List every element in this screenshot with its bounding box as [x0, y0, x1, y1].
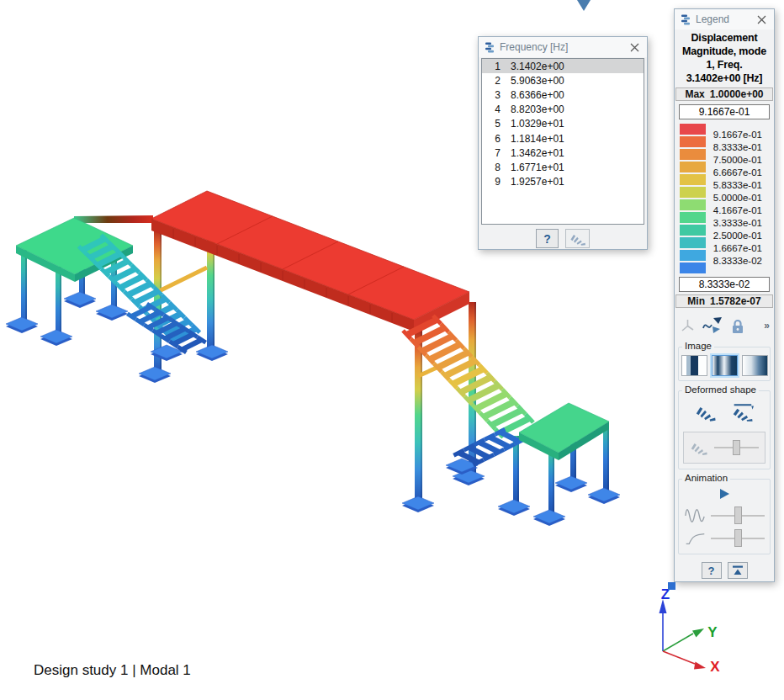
base-plate — [555, 476, 587, 490]
frequency-row[interactable]: 91.9257e+01 — [482, 175, 644, 189]
scale-color-swatch — [680, 136, 706, 147]
mode-frequency: 1.6771e+01 — [511, 162, 564, 173]
scale-color-swatch — [680, 237, 706, 248]
help-button[interactable]: ? — [702, 562, 722, 579]
x-axis-label: X — [710, 659, 720, 675]
deformed-shape-group: Deformed shape — [678, 390, 771, 469]
base-plate — [139, 367, 171, 380]
scale-color-swatch — [680, 187, 706, 198]
frequency-dialog-title: Frequency [Hz] — [500, 41, 568, 53]
scale-tick-label: 8.3333e-02 — [713, 256, 762, 267]
animation-amplitude-slider-track[interactable] — [711, 515, 765, 517]
mode-frequency: 8.8203e+00 — [511, 103, 564, 115]
legend-title: Legend — [696, 13, 729, 25]
mode-frequency: 3.1402e+00 — [511, 61, 564, 72]
connector-beam — [74, 215, 153, 223]
frequency-row[interactable]: 38.6366e+00 — [482, 88, 644, 102]
play-icon[interactable] — [719, 488, 730, 500]
mode-frequency: 1.0329e+01 — [511, 118, 564, 130]
app-icon — [485, 42, 495, 53]
upper-bound-input[interactable] — [679, 104, 770, 119]
frequency-row[interactable]: 71.3462e+01 — [482, 146, 644, 160]
deformed-shape-icon[interactable] — [695, 404, 717, 422]
frequency-row[interactable]: 25.9063e+00 — [482, 73, 644, 88]
base-plate — [498, 500, 530, 513]
deformed-scale-slider-handle[interactable] — [733, 440, 740, 455]
scale-color-swatch — [680, 199, 706, 210]
result-heading: Displacement Magnitude, mode 1, Freq. 3.… — [675, 31, 774, 85]
dock-button[interactable] — [728, 562, 748, 579]
deformed-shape-actual-icon[interactable] — [730, 404, 754, 422]
scale-tick-label: 8.3333e-01 — [713, 142, 762, 153]
probe-triad-icon[interactable] — [680, 318, 696, 333]
expand-toolbar-chevron[interactable]: » — [764, 320, 769, 331]
base-plate — [64, 292, 96, 305]
study-caption: Design study 1 | Modal 1 — [34, 662, 191, 679]
close-icon[interactable] — [755, 13, 768, 26]
deformed-shape-button[interactable] — [565, 229, 590, 248]
lower-bound-input[interactable] — [679, 277, 770, 292]
image-smooth-bands-button[interactable] — [712, 355, 738, 376]
frequency-row[interactable]: 81.6771e+01 — [482, 160, 644, 174]
mode-number: 2 — [482, 75, 501, 87]
column-leg-shade — [421, 330, 422, 501]
bridge-deck — [151, 191, 469, 331]
model-viewport[interactable]: Z Y X — [0, 0, 784, 700]
frequency-dialog-titlebar[interactable]: Frequency [Hz] — [479, 37, 647, 57]
animation-group: Animation — [678, 479, 771, 554]
animation-speed-slider-handle[interactable] — [734, 529, 742, 547]
scale-color-swatch — [680, 124, 706, 135]
mode-number: 9 — [482, 176, 501, 188]
scale-tick-label: 9.1667e-01 — [713, 130, 762, 141]
scale-color-swatch — [680, 262, 706, 273]
rotate-marker-icon — [577, 0, 591, 11]
frequency-row[interactable]: 13.1402e+00 — [482, 59, 644, 73]
max-value-bar: Max1.0000e+00 — [675, 88, 773, 101]
min-value-bar: Min1.5782e-07 — [675, 294, 773, 308]
y-axis-arrow — [692, 628, 704, 638]
scale-color-swatch — [680, 174, 706, 185]
mode-frequency: 5.9063e+00 — [511, 75, 564, 87]
image-discrete-bands-button[interactable] — [681, 355, 707, 376]
base-plate — [96, 305, 128, 318]
cross-brace-left — [157, 268, 207, 292]
close-icon[interactable] — [628, 40, 641, 54]
frequency-list[interactable]: 13.1402e+0025.9063e+0038.6366e+0048.8203… — [481, 58, 644, 225]
scale-color-swatch — [680, 225, 706, 236]
frequency-row[interactable]: 61.1814e+01 — [482, 131, 644, 146]
scale-color-swatch — [680, 212, 706, 223]
deformed-scale-slider-track[interactable] — [714, 447, 759, 448]
scale-tick-label: 7.5000e-01 — [713, 155, 762, 166]
animation-speed-slider-track[interactable] — [711, 538, 765, 539]
help-button[interactable]: ? — [536, 229, 559, 248]
scale-color-swatch — [680, 250, 706, 261]
mode-number: 5 — [482, 118, 501, 130]
image-continuous-gradient-button[interactable] — [742, 355, 768, 376]
plot-curve-icon[interactable] — [702, 317, 723, 334]
legend-titlebar[interactable]: Legend — [675, 9, 774, 29]
animation-amplitude-slider-handle[interactable] — [734, 506, 742, 524]
legend-scale: 9.1667e-018.3333e-017.5000e-016.6667e-01… — [680, 124, 774, 275]
dock-icon — [732, 565, 744, 575]
frequency-row[interactable]: 48.8203e+00 — [482, 103, 644, 117]
deformed-shape-icon — [569, 232, 586, 246]
sine-wave-icon — [684, 506, 707, 526]
mode-number: 4 — [482, 103, 501, 115]
mode-frequency: 8.6366e+00 — [511, 89, 564, 101]
scale-tick-label: 1.6667e-01 — [713, 243, 762, 254]
mode-number: 8 — [482, 162, 501, 173]
lock-icon[interactable] — [730, 318, 745, 334]
scale-tick-label: 3.3333e-01 — [713, 218, 762, 229]
scale-color-swatch — [680, 149, 706, 160]
column-leg-shade — [25, 250, 27, 322]
frequency-row[interactable]: 51.0329e+01 — [482, 117, 644, 131]
deformed-scale-panel — [683, 432, 765, 464]
panel-resize-grip[interactable] — [668, 582, 675, 590]
base-plate — [402, 496, 434, 510]
app-icon — [681, 14, 691, 25]
mode-number: 3 — [482, 89, 501, 101]
ramp-curve-icon — [684, 531, 707, 546]
base-plate — [196, 345, 228, 358]
scale-color-swatch — [680, 162, 706, 172]
column-leg-shade — [607, 426, 609, 492]
